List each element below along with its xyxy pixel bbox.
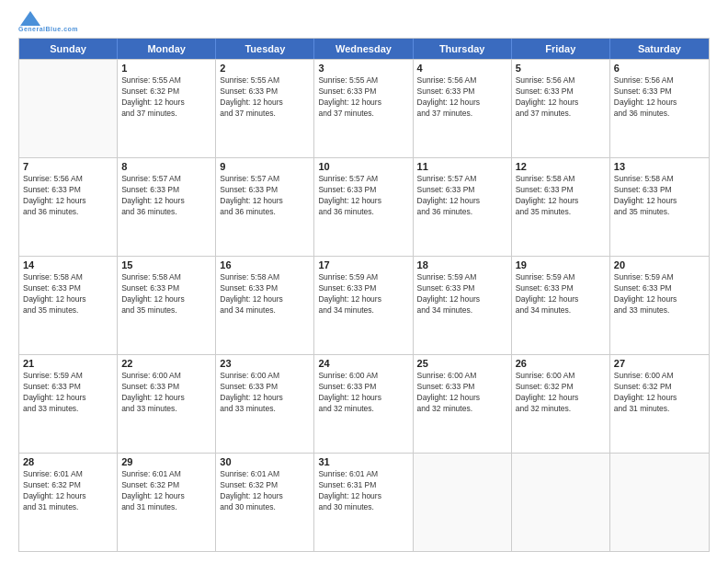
cell-info-line: and 34 minutes. xyxy=(516,305,606,316)
cell-info-line: and 32 minutes. xyxy=(318,404,408,415)
day-number: 14 xyxy=(23,259,113,270)
cell-info-line: Sunset: 6:33 PM xyxy=(318,86,408,98)
cell-info-line: Sunset: 6:32 PM xyxy=(23,480,113,491)
day-cell-17: 17Sunrise: 5:59 AMSunset: 6:33 PMDayligh… xyxy=(314,257,413,354)
cell-info-line: Sunrise: 6:00 AM xyxy=(417,371,507,382)
cell-info-line: Sunset: 6:33 PM xyxy=(318,283,408,294)
calendar: SundayMondayTuesdayWednesdayThursdayFrid… xyxy=(18,38,710,552)
svg-marker-0 xyxy=(20,11,40,26)
cell-info-line: Daylight: 12 hours xyxy=(23,393,113,404)
day-cell-6: 6Sunrise: 5:56 AMSunset: 6:33 PMDaylight… xyxy=(610,60,709,157)
cell-info-line: Sunset: 6:33 PM xyxy=(417,382,507,393)
cell-info-line: Daylight: 12 hours xyxy=(614,294,705,305)
cell-info-line: Sunrise: 5:57 AM xyxy=(121,174,211,185)
day-number: 8 xyxy=(121,161,211,172)
cell-info-line: Sunset: 6:33 PM xyxy=(220,86,310,98)
cell-info-line: and 35 minutes. xyxy=(516,207,606,218)
empty-cell-0-0 xyxy=(19,60,118,157)
day-number: 1 xyxy=(121,63,211,74)
cell-info-line: Sunrise: 5:59 AM xyxy=(417,272,507,283)
day-number: 29 xyxy=(121,456,211,467)
cell-info-line: Sunrise: 5:59 AM xyxy=(23,371,113,382)
cell-info-line: Daylight: 12 hours xyxy=(121,491,211,502)
page: { "header": { "logo_line1": "General", "… xyxy=(0,0,728,563)
cell-info-line: Daylight: 12 hours xyxy=(121,393,211,404)
cell-info-line: Daylight: 12 hours xyxy=(614,196,705,207)
cell-info-line: Daylight: 12 hours xyxy=(318,294,408,305)
cell-info-line: and 35 minutes. xyxy=(23,305,113,316)
cell-info-line: Sunset: 6:33 PM xyxy=(220,185,310,196)
cell-info-line: Sunrise: 6:01 AM xyxy=(121,469,211,480)
cell-info-line: Daylight: 12 hours xyxy=(417,393,507,404)
cell-info-line: Sunrise: 5:58 AM xyxy=(614,174,705,185)
day-cell-22: 22Sunrise: 6:00 AMSunset: 6:33 PMDayligh… xyxy=(118,355,216,453)
cell-info-line: Daylight: 12 hours xyxy=(318,98,408,109)
day-cell-19: 19Sunrise: 5:59 AMSunset: 6:33 PMDayligh… xyxy=(512,257,610,354)
cell-info-line: Sunrise: 6:00 AM xyxy=(220,371,310,382)
cell-info-line: Daylight: 12 hours xyxy=(220,196,310,207)
cell-info-line: Sunset: 6:33 PM xyxy=(121,382,211,393)
cell-info-line: Daylight: 12 hours xyxy=(417,294,507,305)
day-cell-26: 26Sunrise: 6:00 AMSunset: 6:32 PMDayligh… xyxy=(512,355,610,453)
day-cell-21: 21Sunrise: 5:59 AMSunset: 6:33 PMDayligh… xyxy=(19,355,118,453)
weekday-header-thursday: Thursday xyxy=(414,39,512,59)
cell-info-line: and 34 minutes. xyxy=(220,305,310,316)
cell-info-line: Daylight: 12 hours xyxy=(121,294,211,305)
cell-info-line: Daylight: 12 hours xyxy=(121,196,211,207)
cell-info-line: Sunset: 6:33 PM xyxy=(516,185,606,196)
cell-info-line: and 37 minutes. xyxy=(121,109,211,120)
cell-info-line: Daylight: 12 hours xyxy=(516,294,606,305)
cell-info-line: and 37 minutes. xyxy=(516,109,606,120)
cell-info-line: Sunset: 6:33 PM xyxy=(417,185,507,196)
cell-info-line: and 34 minutes. xyxy=(318,305,408,316)
cell-info-line: Daylight: 12 hours xyxy=(417,98,507,109)
cell-info-line: Sunrise: 5:56 AM xyxy=(614,75,705,86)
day-cell-23: 23Sunrise: 6:00 AMSunset: 6:33 PMDayligh… xyxy=(216,355,314,453)
cell-info-line: Sunrise: 5:55 AM xyxy=(121,75,211,86)
cell-info-line: Sunset: 6:33 PM xyxy=(417,283,507,294)
day-cell-18: 18Sunrise: 5:59 AMSunset: 6:33 PMDayligh… xyxy=(414,257,512,354)
cell-info-line: Sunset: 6:33 PM xyxy=(121,185,211,196)
cell-info-line: Daylight: 12 hours xyxy=(220,491,310,502)
day-number: 22 xyxy=(121,358,211,369)
day-number: 11 xyxy=(417,161,507,172)
calendar-row-5: 28Sunrise: 6:01 AMSunset: 6:32 PMDayligh… xyxy=(19,453,709,551)
cell-info-line: Daylight: 12 hours xyxy=(516,196,606,207)
cell-info-line: Sunrise: 5:59 AM xyxy=(516,272,606,283)
empty-cell-4-5 xyxy=(512,454,610,551)
logo-tagline: GeneralBlue.com xyxy=(18,26,78,32)
calendar-row-4: 21Sunrise: 5:59 AMSunset: 6:33 PMDayligh… xyxy=(19,354,709,453)
cell-info-line: Sunset: 6:33 PM xyxy=(516,283,606,294)
cell-info-line: and 33 minutes. xyxy=(23,404,113,415)
cell-info-line: and 34 minutes. xyxy=(417,305,507,316)
cell-info-line: Sunset: 6:33 PM xyxy=(318,382,408,393)
day-cell-25: 25Sunrise: 6:00 AMSunset: 6:33 PMDayligh… xyxy=(414,355,512,453)
day-cell-8: 8Sunrise: 5:57 AMSunset: 6:33 PMDaylight… xyxy=(118,158,216,256)
weekday-header-sunday: Sunday xyxy=(19,39,118,59)
cell-info-line: and 36 minutes. xyxy=(318,207,408,218)
cell-info-line: Sunset: 6:33 PM xyxy=(417,86,507,98)
cell-info-line: and 33 minutes. xyxy=(614,305,705,316)
day-cell-27: 27Sunrise: 6:00 AMSunset: 6:32 PMDayligh… xyxy=(610,355,709,453)
day-cell-13: 13Sunrise: 5:58 AMSunset: 6:33 PMDayligh… xyxy=(610,158,709,256)
cell-info-line: and 32 minutes. xyxy=(516,404,606,415)
cell-info-line: Sunrise: 6:01 AM xyxy=(318,469,408,480)
cell-info-line: Sunrise: 5:56 AM xyxy=(23,174,113,185)
cell-info-line: and 36 minutes. xyxy=(614,109,705,120)
cell-info-line: Sunrise: 5:58 AM xyxy=(220,272,310,283)
calendar-row-2: 7Sunrise: 5:56 AMSunset: 6:33 PMDaylight… xyxy=(19,157,709,256)
logo-icon xyxy=(20,11,40,26)
page-header: GeneralBlue.com xyxy=(18,17,710,32)
day-number: 23 xyxy=(220,358,310,369)
day-cell-1: 1Sunrise: 5:55 AMSunset: 6:32 PMDaylight… xyxy=(118,60,216,157)
cell-info-line: and 31 minutes. xyxy=(614,404,705,415)
day-cell-15: 15Sunrise: 5:58 AMSunset: 6:33 PMDayligh… xyxy=(118,257,216,354)
day-number: 10 xyxy=(318,161,408,172)
day-number: 15 xyxy=(121,259,211,270)
cell-info-line: Sunset: 6:33 PM xyxy=(23,283,113,294)
cell-info-line: Daylight: 12 hours xyxy=(516,98,606,109)
day-cell-3: 3Sunrise: 5:55 AMSunset: 6:33 PMDaylight… xyxy=(314,60,413,157)
day-number: 30 xyxy=(220,456,310,467)
cell-info-line: Daylight: 12 hours xyxy=(417,196,507,207)
cell-info-line: Sunrise: 5:59 AM xyxy=(614,272,705,283)
